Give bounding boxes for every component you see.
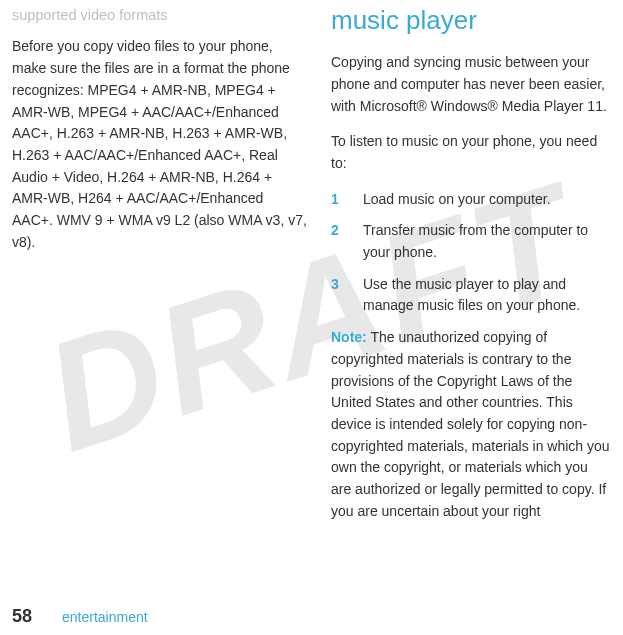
- footer-section-label: entertainment: [62, 609, 148, 625]
- music-intro: Copying and syncing music between your p…: [331, 52, 611, 117]
- left-column: supported video formats Before you copy …: [12, 4, 307, 595]
- page-footer: 58 entertainment: [12, 606, 148, 627]
- step-text: Transfer music from the computer to your…: [363, 220, 611, 263]
- page-number: 58: [12, 606, 32, 627]
- page-content: supported video formats Before you copy …: [0, 0, 623, 595]
- right-column: music player Copying and syncing music b…: [331, 4, 611, 595]
- subheading-video-formats: supported video formats: [12, 4, 307, 26]
- note-label: Note:: [331, 329, 367, 345]
- step-item: 2 Transfer music from the computer to yo…: [331, 220, 611, 263]
- note-paragraph: Note: The unauthorized copying of copyri…: [331, 327, 611, 522]
- step-number: 1: [331, 189, 363, 211]
- step-number: 2: [331, 220, 363, 263]
- note-body: The unauthorized copying of copyrighted …: [331, 329, 610, 519]
- step-text: Use the music player to play and manage …: [363, 274, 611, 317]
- step-item: 3 Use the music player to play and manag…: [331, 274, 611, 317]
- step-item: 1 Load music on your computer.: [331, 189, 611, 211]
- heading-music-player: music player: [331, 0, 611, 40]
- video-formats-body: Before you copy video files to your phon…: [12, 36, 307, 253]
- step-number: 3: [331, 274, 363, 317]
- step-text: Load music on your computer.: [363, 189, 611, 211]
- music-lead: To listen to music on your phone, you ne…: [331, 131, 611, 174]
